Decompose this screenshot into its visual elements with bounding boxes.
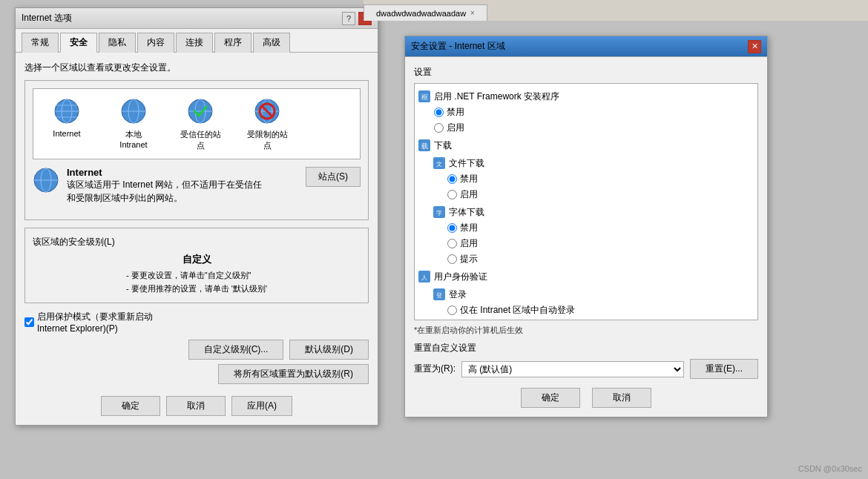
file-download-disable: 禁用	[447, 171, 754, 187]
internet-info-row: Internet 该区域适用于 Internet 网站，但不适用于在受信任和受限…	[33, 167, 361, 212]
reset-section: 重置自定义设置 重置为(R): 高 (默认值) 中 低 重置(E)...	[414, 342, 758, 379]
browser-tabbar: dwadwdwadwadwaadaw ×	[364, 0, 868, 21]
zone-intranet-label: 本地Intranet	[119, 129, 147, 149]
security-level-section: 该区域的安全级别(L) 自定义 - 要更改设置，请单击"自定义级别" - 要使用…	[24, 228, 369, 303]
file-download-disable-radio[interactable]	[447, 174, 457, 184]
tab-privacy[interactable]: 隐私	[99, 33, 136, 53]
internet-options-title: Internet 选项	[22, 12, 72, 24]
dotnet-enable-radio[interactable]	[434, 123, 444, 133]
svg-text:登: 登	[436, 292, 442, 299]
svg-text:人: 人	[421, 274, 427, 281]
font-download-disable-radio[interactable]	[447, 223, 457, 233]
file-download-enable-radio[interactable]	[447, 190, 457, 199]
internet-info: Internet 该区域适用于 Internet 网站，但不适用于在受信任和受限…	[33, 167, 262, 205]
login-auto-intranet-radio[interactable]	[447, 305, 457, 315]
security-level-desc: - 要更改设置，请单击"自定义级别" - 要使用推荐的设置，请单击 '默认级别'	[126, 269, 267, 295]
svg-text:载: 载	[421, 142, 428, 150]
security-level-content: 自定义 - 要更改设置，请单击"自定义级别" - 要使用推荐的设置，请单击 '默…	[33, 253, 361, 295]
browser-tab[interactable]: dwadwdwadwadwaadaw ×	[364, 4, 487, 21]
login-icon: 登	[433, 288, 446, 301]
site-button[interactable]: 站点(S)	[306, 167, 361, 187]
download-label: 下载	[434, 139, 452, 152]
security-level-title: 该区域的安全级别(L)	[33, 236, 361, 248]
tab-content[interactable]: 内容	[137, 33, 174, 53]
font-download-enable-label: 启用	[460, 237, 478, 250]
security-ok-button[interactable]: 确定	[521, 388, 580, 408]
apply-button[interactable]: 应用(A)	[231, 396, 292, 416]
ok-cancel-apply-buttons: 确定 取消 应用(A)	[24, 396, 369, 416]
custom-level-button[interactable]: 自定义级别(C)...	[188, 340, 284, 360]
dotnet-header: 框 启用 .NET Framework 安装程序	[418, 87, 754, 105]
download-header: 载 下载	[418, 136, 754, 153]
protected-mode-checkbox[interactable]	[24, 317, 34, 327]
help-button[interactable]: ?	[342, 12, 355, 25]
font-download-header: 字 字体下载	[418, 202, 754, 220]
dotnet-enable: 启用	[434, 120, 754, 136]
tab-programs[interactable]: 程序	[214, 33, 251, 53]
reset-button[interactable]: 重置(E)...	[690, 359, 758, 379]
font-download-prompt-radio[interactable]	[447, 254, 457, 264]
restart-note: *在重新启动你的计算机后生效	[414, 325, 758, 336]
user-auth-header: 人 用户身份验证	[418, 267, 754, 285]
login-label: 登录	[449, 288, 467, 301]
reset-row: 重置为(R): 高 (默认值) 中 低 重置(E)...	[414, 359, 758, 379]
cancel-button[interactable]: 取消	[166, 396, 226, 416]
font-download-prompt: 提示	[447, 251, 754, 267]
file-download-enable: 启用	[447, 187, 754, 202]
protected-mode-row: 启用保护模式（要求重新启动Internet Explorer)(P)	[24, 311, 369, 334]
tab-close-icon[interactable]: ×	[470, 9, 475, 17]
file-download-enable-label: 启用	[460, 188, 478, 201]
dotnet-icon: 框	[418, 90, 431, 103]
browser-tab-label: dwadwdwadwadwaadaw	[376, 9, 466, 18]
svg-text:框: 框	[421, 93, 428, 101]
zone-instruction: 选择一个区域以查看或更改安全设置。	[24, 62, 369, 74]
reset-all-button[interactable]: 将所有区域重置为默认级别(R)	[218, 364, 369, 384]
zone-intranet[interactable]: 本地Intranet	[108, 96, 160, 151]
internet-options-content: 选择一个区域以查看或更改安全设置。 Internet	[16, 53, 378, 425]
dotnet-enable-label: 启用	[447, 122, 464, 134]
dotnet-disable-radio[interactable]	[434, 108, 444, 117]
font-download-prompt-label: 提示	[460, 253, 478, 265]
tab-security[interactable]: 安全	[60, 33, 97, 53]
reset-section-label: 重置自定义设置	[414, 342, 758, 354]
tab-connection[interactable]: 连接	[176, 33, 213, 53]
custom-default-buttons: 自定义级别(C)... 默认级别(D)	[24, 340, 369, 360]
tab-general[interactable]: 常规	[22, 33, 59, 53]
default-level-button[interactable]: 默认级别(D)	[289, 340, 369, 360]
zone-restricted[interactable]: 受限制的站点	[241, 96, 293, 151]
security-settings-titlebar: 安全设置 - Internet 区域 ✕	[405, 36, 767, 57]
internet-options-window: Internet 选项 ? ✕ 常规 安全 隐私 内容 连接 程序 高级 选择一…	[15, 7, 378, 426]
font-download-enable-radio[interactable]	[447, 239, 457, 248]
file-download-radio-group: 禁用 启用	[418, 171, 754, 202]
login-radio-group: 仅在 Intranet 区域中自动登录 匿名登录 用户名和密码提示 自动使用当前…	[418, 303, 754, 320]
trusted-icon	[185, 96, 215, 126]
login-anonymous-label: 匿名登录	[460, 320, 496, 320]
security-settings-close-button[interactable]: ✕	[748, 40, 761, 53]
security-desc-line1: - 要更改设置，请单击"自定义级别"	[132, 269, 267, 283]
selected-zone-desc: 该区域适用于 Internet 网站，但不适用于在受信任和受限制区域中列出的网站…	[67, 178, 262, 205]
zone-internet[interactable]: Internet	[41, 96, 93, 151]
font-download-disable: 禁用	[447, 220, 754, 236]
reset-select[interactable]: 高 (默认值) 中 低	[461, 361, 684, 377]
tab-bar: 常规 安全 隐私 内容 连接 程序 高级	[16, 29, 378, 53]
user-auth-icon: 人	[418, 270, 431, 283]
login-auto-intranet-label: 仅在 Intranet 区域中自动登录	[460, 304, 575, 317]
security-level-value: 自定义	[183, 253, 211, 266]
dotnet-label: 启用 .NET Framework 安装程序	[434, 90, 559, 103]
reset-for-label: 重置为(R):	[414, 363, 456, 375]
tab-advanced[interactable]: 高级	[253, 33, 290, 53]
file-download-label: 文件下载	[449, 157, 484, 170]
download-icon: 载	[418, 139, 431, 152]
settings-list[interactable]: 框 启用 .NET Framework 安装程序 禁用 启用 载	[414, 83, 758, 320]
zone-trusted[interactable]: 受信任的站点	[174, 96, 226, 151]
file-download-header: 文 文件下载	[418, 153, 754, 171]
internet-icon	[52, 96, 82, 126]
selected-zone-title: Internet	[67, 167, 262, 178]
security-cancel-button[interactable]: 取消	[592, 388, 651, 408]
dotnet-disable: 禁用	[434, 105, 754, 120]
ok-button[interactable]: 确定	[101, 396, 160, 416]
login-header: 登 登录	[418, 285, 754, 303]
font-download-enable: 启用	[447, 236, 754, 251]
security-settings-content: 设置 框 启用 .NET Framework 安装程序 禁用 启用	[405, 57, 767, 417]
settings-section-label: 设置	[414, 66, 758, 79]
